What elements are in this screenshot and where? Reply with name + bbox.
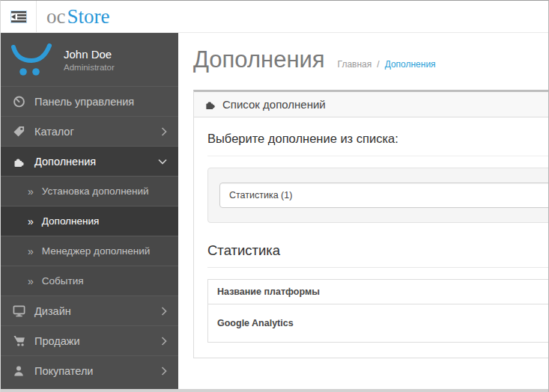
section-title: Статистика <box>207 242 548 268</box>
tag-icon <box>12 126 25 138</box>
cart-logo-icon <box>10 43 54 77</box>
sidebar-item-label: Каталог <box>34 126 74 138</box>
sidebar-item-extensions[interactable]: Дополнения <box>1 146 178 176</box>
sidebar-item-customers[interactable]: Покупатели <box>1 355 178 385</box>
user-panel: John Doe Administrator <box>1 33 178 86</box>
sidebar-item-design[interactable]: Дизайн <box>1 295 178 325</box>
double-angle-icon: » <box>28 186 34 197</box>
sidebar-item-extension-installer[interactable]: » Установка дополнений <box>1 176 178 206</box>
extension-list-panel: Список дополнений Выберите дополнение из… <box>193 90 548 358</box>
ocstore-admin-window: oc Store John Doe Administrator <box>0 0 549 392</box>
page-header: Дополнения Главная / Дополнения <box>193 46 548 73</box>
double-angle-icon: » <box>28 215 34 227</box>
sidebar-item-label: Панель управления <box>34 96 134 108</box>
top-header: oc Store <box>1 1 548 33</box>
breadcrumb-home-link[interactable]: Главная <box>338 59 372 70</box>
double-angle-icon: » <box>28 275 34 287</box>
breadcrumb-separator: / <box>377 59 379 70</box>
main-content: Дополнения Главная / Дополнения Список д… <box>178 33 548 392</box>
sidebar-item-label: Дизайн <box>34 305 71 317</box>
sidebar-item-label: Дополнения <box>34 156 96 168</box>
chevron-right-icon <box>161 307 167 316</box>
sidebar-item-modifications[interactable]: » Менеджер дополнений <box>1 236 178 266</box>
logo-text-store: Store <box>67 7 109 27</box>
panel-heading: Список дополнений <box>194 92 548 117</box>
column-header-platform-name: Название платформы <box>208 279 549 304</box>
sidebar-item-label: Дополнения <box>42 215 99 227</box>
sidebar-item-label: Установка дополнений <box>42 186 149 197</box>
sidebar-item-label: Покупатели <box>34 365 93 377</box>
double-angle-icon: » <box>28 245 34 257</box>
dashboard-icon <box>12 95 25 108</box>
monitor-icon <box>12 304 25 317</box>
chevron-down-icon <box>158 159 167 165</box>
chevron-right-icon <box>161 127 167 136</box>
table-header-row: Название платформы <box>208 279 549 304</box>
selected-extension-type: Статистика (1) <box>229 190 292 200</box>
extensions-table: Название платформы Google Analytics <box>207 279 548 343</box>
user-icon <box>12 364 25 377</box>
sidebar-item-extensions-list[interactable]: » Дополнения <box>1 206 178 236</box>
puzzle-icon <box>204 99 216 110</box>
sidebar-item-label: События <box>42 275 84 287</box>
sidebar-menu: Панель управления Каталог Дополнения <box>1 86 178 385</box>
sidebar-item-label: Продажи <box>34 335 80 347</box>
user-role: Administrator <box>64 63 115 72</box>
sidebar-item-dashboard[interactable]: Панель управления <box>1 86 178 116</box>
extension-type-select[interactable]: Статистика (1) <box>219 183 548 208</box>
page-title: Дополнения <box>193 46 325 73</box>
panel-heading-label: Список дополнений <box>222 98 326 111</box>
breadcrumb-current-link[interactable]: Дополнения <box>385 59 436 70</box>
sidebar-nav: John Doe Administrator Панель управления… <box>1 33 178 392</box>
extension-name-cell: Google Analytics <box>208 304 549 342</box>
puzzle-icon <box>12 156 25 168</box>
sidebar-item-events[interactable]: » События <box>1 266 178 295</box>
bottom-border <box>1 389 548 392</box>
panel-body: Выберите дополнение из списка: Статистик… <box>194 117 548 358</box>
chevron-right-icon <box>161 337 167 346</box>
cart-icon <box>12 334 25 347</box>
table-row: Google Analytics <box>208 304 549 342</box>
chevron-right-icon <box>161 367 167 376</box>
outdent-icon <box>11 11 26 22</box>
user-name: John Doe <box>64 48 115 61</box>
sidebar-item-sales[interactable]: Продажи <box>1 325 178 355</box>
sidebar-item-label: Менеджер дополнений <box>42 245 151 257</box>
breadcrumb: Главная / Дополнения <box>338 59 436 70</box>
logo-text-oc: oc <box>46 7 65 27</box>
choose-extension-label: Выберите дополнение из списка: <box>207 132 548 156</box>
ocstore-logo[interactable]: oc Store <box>46 7 109 27</box>
menu-toggle-button[interactable] <box>1 1 37 32</box>
extension-type-well: Статистика (1) <box>207 168 548 223</box>
sidebar-item-catalog[interactable]: Каталог <box>1 116 178 146</box>
